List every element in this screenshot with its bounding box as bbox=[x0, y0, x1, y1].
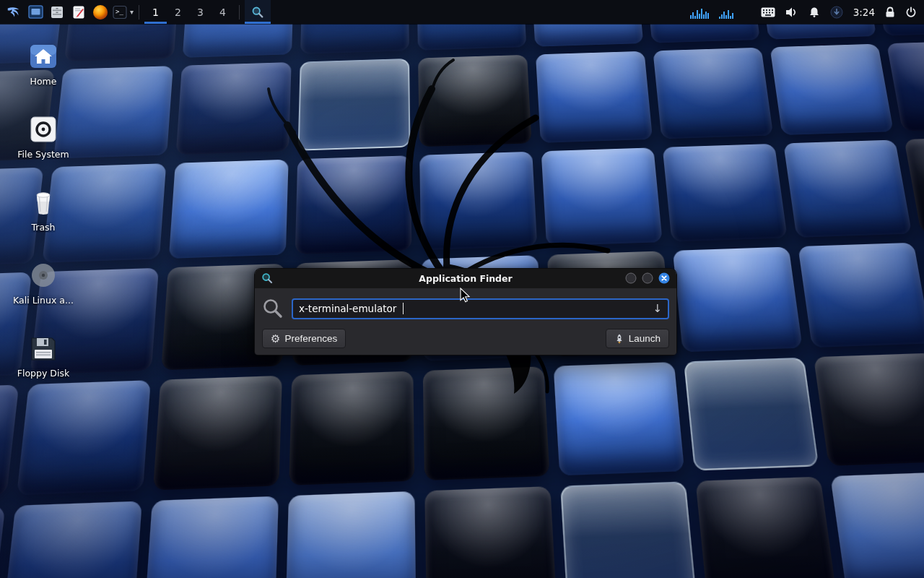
wallpaper-cube bbox=[0, 506, 5, 578]
volume-icon[interactable] bbox=[785, 7, 798, 18]
notifications-bell-icon[interactable] bbox=[808, 7, 820, 18]
wallpaper-cube bbox=[814, 353, 924, 465]
cpu-graph[interactable] bbox=[690, 6, 709, 19]
desktop-icon-file-system[interactable]: File System bbox=[9, 113, 78, 160]
panel-left-group: >_ ▾ 1 2 3 4 bbox=[0, 0, 271, 24]
desktop-icon-column: Home File System Trash Kali Linux a... bbox=[9, 40, 78, 379]
keyboard-layout-icon[interactable] bbox=[761, 7, 775, 17]
preferences-button[interactable]: ⚙ Preferences bbox=[262, 329, 346, 348]
wallpaper-cube bbox=[169, 160, 289, 259]
floppy-disk-icon bbox=[27, 332, 59, 364]
desktop-icon-kali-linux[interactable]: Kali Linux a... bbox=[9, 259, 78, 306]
firefox-icon bbox=[93, 5, 108, 20]
desktop-icon-home[interactable]: Home bbox=[9, 40, 78, 87]
text-editor-icon bbox=[71, 5, 86, 20]
wallpaper-cube bbox=[424, 486, 557, 578]
wallpaper-cube bbox=[663, 144, 788, 242]
network-graph[interactable] bbox=[719, 6, 733, 19]
magnifier-icon bbox=[251, 6, 264, 19]
wallpaper-cube bbox=[423, 366, 550, 480]
wallpaper-cube bbox=[695, 477, 836, 578]
wallpaper-cube bbox=[418, 55, 531, 147]
maximize-button[interactable] bbox=[642, 272, 653, 284]
launcher-text-editor[interactable] bbox=[68, 0, 90, 24]
text-caret bbox=[403, 303, 404, 314]
wallpaper-cube bbox=[830, 472, 924, 578]
wallpaper-cube bbox=[0, 384, 19, 500]
minimize-button[interactable] bbox=[625, 272, 637, 284]
wallpaper-cube bbox=[770, 44, 893, 135]
clock[interactable]: 3:24 bbox=[853, 7, 875, 18]
lock-screen-icon[interactable] bbox=[885, 7, 895, 18]
application-finder-window: Application Finder x-terminal-emulator bbox=[254, 268, 677, 355]
terminal-prompt-glyph: >_ bbox=[116, 8, 123, 15]
workspace-button-3[interactable]: 3 bbox=[189, 0, 212, 24]
wallpaper-cube bbox=[17, 380, 151, 495]
panel-separator bbox=[239, 5, 240, 20]
wallpaper-cube bbox=[536, 51, 653, 143]
panel-tray-group: 3:24 bbox=[690, 0, 924, 24]
wallpaper-cube bbox=[653, 48, 773, 139]
wallpaper-cube bbox=[673, 247, 803, 353]
wallpaper-cube bbox=[298, 59, 411, 151]
trash-icon bbox=[27, 186, 59, 218]
search-icon bbox=[262, 298, 284, 319]
launcher-window[interactable] bbox=[25, 0, 46, 24]
dialog-body: x-terminal-emulator ↓ ⚙ Preferences Laun… bbox=[255, 288, 676, 355]
launch-button[interactable]: Launch bbox=[606, 329, 669, 348]
titlebar[interactable]: Application Finder bbox=[255, 269, 676, 288]
search-input[interactable]: x-terminal-emulator ↓ bbox=[292, 298, 669, 319]
close-button[interactable] bbox=[658, 272, 670, 284]
wallpaper-cube bbox=[684, 358, 819, 471]
wallpaper-cube bbox=[541, 147, 663, 246]
top-panel: >_ ▾ 1 2 3 4 bbox=[0, 0, 924, 24]
kali-logo-icon bbox=[6, 4, 22, 20]
wallpaper-cube bbox=[554, 362, 685, 475]
updates-status-icon[interactable] bbox=[830, 6, 843, 19]
file-manager-icon bbox=[50, 5, 64, 20]
wallpaper-cube bbox=[295, 155, 412, 254]
wallpaper-cube bbox=[144, 496, 279, 578]
launcher-firefox[interactable] bbox=[90, 0, 111, 24]
launcher-file-manager[interactable] bbox=[46, 0, 68, 24]
window-icon bbox=[28, 4, 43, 20]
wallpaper-cube bbox=[886, 40, 924, 131]
wallpaper-cube bbox=[783, 139, 912, 237]
window-title: Application Finder bbox=[255, 273, 676, 284]
wallpaper-cube bbox=[286, 491, 417, 578]
home-icon bbox=[27, 40, 59, 72]
desktop-icon-label: Kali Linux a... bbox=[13, 295, 74, 306]
panel-separator bbox=[139, 5, 139, 20]
wallpaper-cube bbox=[153, 376, 282, 491]
taskbar-application-finder[interactable] bbox=[245, 0, 271, 24]
desktop-icon-trash[interactable]: Trash bbox=[9, 186, 78, 233]
applications-menu-button[interactable] bbox=[3, 0, 25, 24]
wallpaper-cube bbox=[2, 501, 142, 578]
desktop-icon-label: Trash bbox=[31, 222, 55, 233]
logout-power-icon[interactable] bbox=[905, 7, 917, 18]
launcher-terminal[interactable]: >_ bbox=[111, 0, 128, 24]
wallpaper-cube bbox=[176, 62, 292, 155]
kali-docs-icon bbox=[27, 259, 59, 291]
workspace-button-1[interactable]: 1 bbox=[144, 0, 167, 24]
wallpaper-cube bbox=[798, 243, 924, 348]
wallpaper-cube bbox=[289, 371, 414, 486]
chevron-down-icon[interactable]: ▾ bbox=[130, 8, 134, 16]
workspace-button-4[interactable]: 4 bbox=[212, 0, 234, 24]
desktop-icon-label: File System bbox=[17, 149, 69, 160]
search-input-value: x-terminal-emulator bbox=[299, 303, 396, 314]
file-system-icon bbox=[27, 113, 59, 145]
wallpaper-cube bbox=[419, 152, 537, 250]
workspace-button-2[interactable]: 2 bbox=[167, 0, 189, 24]
gear-icon: ⚙ bbox=[271, 333, 280, 344]
desktop-icon-label: Home bbox=[30, 76, 57, 87]
launch-icon bbox=[614, 334, 624, 344]
desktop-icon-floppy-disk[interactable]: Floppy Disk bbox=[9, 332, 78, 379]
wallpaper-cube bbox=[560, 481, 697, 578]
dropdown-arrow-icon[interactable]: ↓ bbox=[653, 302, 662, 315]
desktop-icon-label: Floppy Disk bbox=[17, 368, 69, 379]
